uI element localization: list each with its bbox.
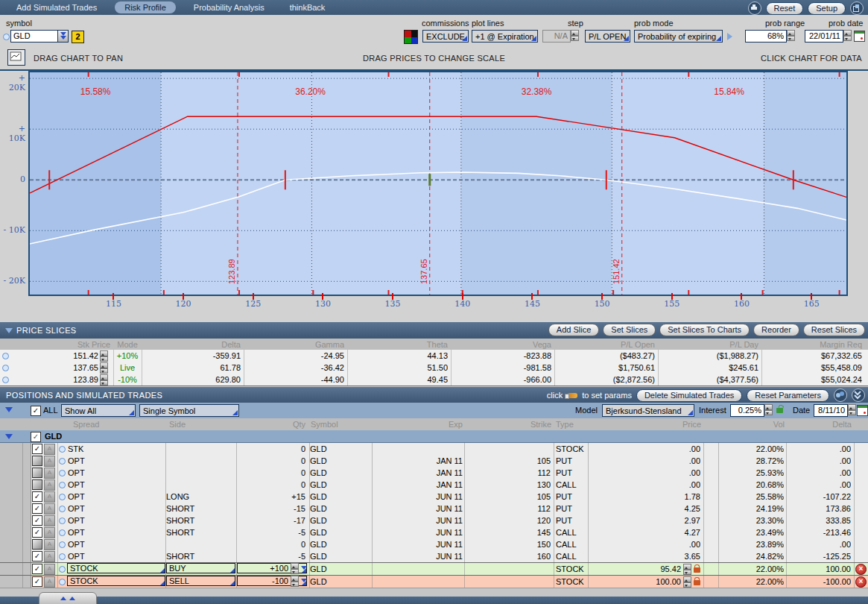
- price-input[interactable]: 100.00: [596, 576, 681, 588]
- qty-input[interactable]: -100: [237, 576, 307, 586]
- row-marker-dot[interactable]: [59, 446, 66, 453]
- print-icon[interactable]: [748, 1, 761, 15]
- slice-mode[interactable]: +10%: [113, 350, 142, 362]
- trade-date-spinner[interactable]: [848, 404, 856, 415]
- gadget-icon[interactable]: [834, 388, 847, 402]
- price-lock-icon[interactable]: [694, 580, 700, 585]
- reorder-button[interactable]: Reorder: [753, 324, 799, 336]
- params-icon[interactable]: A: [44, 479, 55, 491]
- step-input[interactable]: N/A: [542, 30, 571, 43]
- symbol-group-row[interactable]: ✓ GLD: [0, 430, 868, 443]
- step-spinner[interactable]: [571, 30, 579, 41]
- calendar-icon[interactable]: [854, 31, 865, 42]
- row-checkbox[interactable]: [32, 479, 42, 490]
- interest-unlock-icon[interactable]: [776, 408, 783, 413]
- slice-price-spinner[interactable]: [100, 350, 108, 362]
- side-select[interactable]: SELL: [166, 576, 235, 586]
- row-marker-dot[interactable]: [59, 494, 66, 500]
- tab-probability-analysis[interactable]: Probability Analysis: [185, 1, 273, 13]
- price-spinner[interactable]: [683, 564, 691, 575]
- row-checkbox[interactable]: ✓: [32, 444, 42, 454]
- spread-select[interactable]: STOCK: [67, 576, 165, 586]
- prob-date-spinner[interactable]: [843, 30, 852, 41]
- set-slices-to-charts-button[interactable]: Set Slices To Charts: [659, 324, 750, 336]
- qty-dropdown-icon[interactable]: [301, 579, 307, 585]
- params-icon[interactable]: A: [44, 503, 55, 515]
- expand-arrow-icon[interactable]: [727, 33, 736, 40]
- params-icon[interactable]: A: [44, 551, 55, 562]
- chart-style-icon[interactable]: [7, 49, 25, 66]
- risk-profile-chart[interactable]: 123.89137.65151.4215.58%36.20%32.38%15.8…: [28, 71, 848, 296]
- row-checkbox[interactable]: ✓: [32, 576, 42, 587]
- detach-window-icon[interactable]: [850, 1, 864, 15]
- row-checkbox[interactable]: [32, 468, 42, 478]
- row-marker-dot[interactable]: [59, 541, 66, 548]
- params-icon[interactable]: A: [44, 527, 55, 538]
- params-icon[interactable]: A: [44, 576, 55, 588]
- plot-lines-select[interactable]: +1 @ Expiration: [472, 30, 538, 43]
- reset-parameters-button[interactable]: Reset Parameters: [747, 389, 829, 402]
- spread-select[interactable]: STOCK: [67, 563, 165, 573]
- delete-trade-icon[interactable]: ×: [855, 564, 867, 575]
- show-all-select[interactable]: Show All: [61, 404, 136, 417]
- pl-mode-select[interactable]: P/L OPEN: [585, 30, 630, 43]
- qty-dropdown-icon[interactable]: [301, 566, 307, 573]
- slice-price-value[interactable]: 151.42: [15, 350, 98, 362]
- reset-slices-button[interactable]: Reset Slices: [803, 324, 865, 336]
- price-spinner[interactable]: [683, 576, 691, 588]
- slice-price-spinner[interactable]: [100, 374, 108, 386]
- interest-input[interactable]: 0.25%: [730, 404, 764, 417]
- row-checkbox[interactable]: ✓: [32, 503, 42, 514]
- slice-marker-dot[interactable]: [2, 377, 9, 383]
- all-checkbox[interactable]: ✓: [31, 406, 41, 416]
- row-checkbox[interactable]: [32, 539, 42, 550]
- chart-plot[interactable]: 123.89137.65151.4215.58%36.20%32.38%15.8…: [30, 72, 846, 295]
- qty-spinner[interactable]: [291, 563, 299, 574]
- slice-price-value[interactable]: 123.89: [15, 374, 98, 386]
- row-marker-dot[interactable]: [59, 470, 66, 476]
- row-marker-dot[interactable]: [59, 506, 66, 512]
- slice-mode[interactable]: -10%: [113, 374, 142, 386]
- slice-price-spinner[interactable]: [100, 362, 108, 374]
- side-select[interactable]: BUY: [166, 563, 235, 573]
- expand-panel-tab[interactable]: [39, 592, 97, 604]
- delete-simulated-trades-button[interactable]: Delete Simulated Trades: [636, 389, 742, 402]
- row-marker-dot[interactable]: [59, 458, 66, 465]
- collapse-section-icon[interactable]: [852, 388, 865, 402]
- params-icon[interactable]: A: [44, 468, 55, 479]
- symbol-input[interactable]: GLD: [10, 30, 58, 43]
- params-icon[interactable]: A: [44, 491, 55, 503]
- set-slices-button[interactable]: Set Slices: [603, 324, 656, 336]
- model-select[interactable]: Bjerksund-Stensland: [602, 404, 694, 417]
- trade-date-input[interactable]: 8/11/10: [814, 404, 848, 417]
- row-marker-dot[interactable]: [59, 529, 66, 536]
- tab-add-simulated-trades[interactable]: Add Simulated Trades: [7, 1, 106, 13]
- group-checkbox[interactable]: ✓: [31, 432, 41, 442]
- single-symbol-select[interactable]: Single Symbol: [139, 404, 239, 417]
- params-icon[interactable]: A: [44, 564, 55, 575]
- prob-mode-select[interactable]: Probability of expiring: [634, 30, 723, 43]
- row-marker-dot[interactable]: [59, 482, 66, 488]
- symbol-dropdown-icon[interactable]: [57, 30, 69, 43]
- setup-button[interactable]: Setup: [808, 2, 846, 15]
- collapse-triangle-icon[interactable]: [5, 407, 13, 416]
- row-checkbox[interactable]: ✓: [32, 551, 42, 561]
- params-icon[interactable]: A: [44, 515, 55, 526]
- row-checkbox[interactable]: [32, 456, 42, 466]
- color-grid-icon[interactable]: [404, 30, 418, 44]
- slice-mode[interactable]: Live: [113, 362, 142, 374]
- prob-date-input[interactable]: 22/01/11: [805, 30, 843, 43]
- qty-spinner[interactable]: [291, 576, 299, 587]
- row-checkbox[interactable]: ✓: [32, 527, 42, 538]
- params-icon[interactable]: A: [44, 539, 55, 550]
- add-slice-button[interactable]: Add Slice: [548, 324, 599, 336]
- interest-spinner[interactable]: [764, 404, 773, 415]
- prob-range-input[interactable]: 68%: [745, 30, 787, 43]
- slice-marker-dot[interactable]: [2, 353, 9, 359]
- slice-price-value[interactable]: 137.65: [15, 362, 98, 374]
- reset-button[interactable]: Reset: [766, 2, 804, 15]
- tab-risk-profile[interactable]: Risk Profile: [115, 1, 176, 13]
- row-checkbox[interactable]: ✓: [32, 515, 42, 526]
- tab-thinkback[interactable]: thinkBack: [281, 1, 335, 13]
- symbol-count-badge[interactable]: 2: [72, 31, 84, 43]
